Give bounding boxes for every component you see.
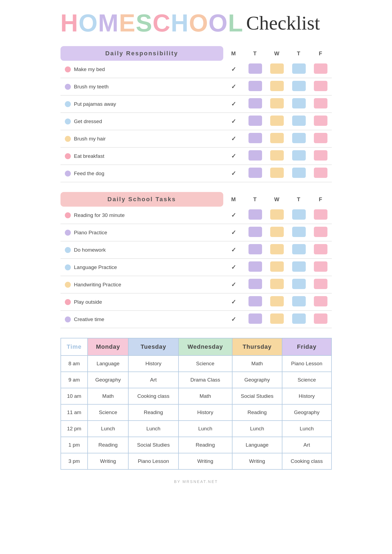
check-monday[interactable]: ✓ bbox=[223, 241, 244, 259]
color-box-W[interactable] bbox=[266, 61, 288, 78]
color-box-T[interactable] bbox=[244, 130, 266, 148]
schedule-cell-wed: Science bbox=[179, 356, 232, 372]
color-box-F[interactable] bbox=[310, 293, 332, 311]
color-box-T2[interactable] bbox=[288, 61, 310, 78]
color-box-T[interactable] bbox=[244, 241, 266, 259]
color-box-T2[interactable] bbox=[288, 259, 310, 276]
color-box-F[interactable] bbox=[310, 113, 332, 130]
color-box-W[interactable] bbox=[266, 130, 288, 148]
color-box-icon bbox=[270, 244, 284, 254]
color-box-T2[interactable] bbox=[288, 148, 310, 165]
letter-O3: O bbox=[209, 9, 228, 37]
color-box-T2[interactable] bbox=[288, 224, 310, 241]
item-label-cell: Put pajamas away bbox=[60, 95, 223, 113]
schedule-cell-tue: Art bbox=[128, 372, 178, 388]
color-box-T2[interactable] bbox=[288, 113, 310, 130]
check-monday[interactable]: ✓ bbox=[223, 276, 244, 293]
check-monday[interactable]: ✓ bbox=[223, 95, 244, 113]
list-item: Creative time ✓ bbox=[60, 311, 332, 328]
letter-M: M bbox=[98, 9, 119, 37]
color-box-T[interactable] bbox=[244, 293, 266, 311]
color-box-T2[interactable] bbox=[288, 276, 310, 293]
color-box-T[interactable] bbox=[244, 148, 266, 165]
school-day-F: F bbox=[310, 192, 332, 207]
color-box-T[interactable] bbox=[244, 207, 266, 224]
color-box-icon bbox=[270, 63, 284, 74]
color-box-F[interactable] bbox=[310, 130, 332, 148]
color-box-F[interactable] bbox=[310, 61, 332, 78]
color-box-T2[interactable] bbox=[288, 130, 310, 148]
color-box-T2[interactable] bbox=[288, 311, 310, 328]
color-box-W[interactable] bbox=[266, 293, 288, 311]
check-monday[interactable]: ✓ bbox=[223, 113, 244, 130]
check-monday[interactable]: ✓ bbox=[223, 311, 244, 328]
table-row: 8 amLanguageHistoryScienceMathPiano Less… bbox=[61, 356, 332, 372]
color-box-W[interactable] bbox=[266, 113, 288, 130]
color-box-F[interactable] bbox=[310, 165, 332, 182]
color-box-T2[interactable] bbox=[288, 241, 310, 259]
color-box-F[interactable] bbox=[310, 311, 332, 328]
check-monday[interactable]: ✓ bbox=[223, 78, 244, 95]
schedule-cell-time: 3 pm bbox=[61, 453, 88, 469]
color-box-T[interactable] bbox=[244, 78, 266, 95]
color-box-F[interactable] bbox=[310, 259, 332, 276]
color-box-W[interactable] bbox=[266, 78, 288, 95]
color-box-T[interactable] bbox=[244, 61, 266, 78]
color-box-W[interactable] bbox=[266, 259, 288, 276]
color-box-T2[interactable] bbox=[288, 95, 310, 113]
color-box-T[interactable] bbox=[244, 165, 266, 182]
color-box-T2[interactable] bbox=[288, 293, 310, 311]
schedule-cell-wed: Writing bbox=[179, 453, 232, 469]
color-box-icon bbox=[270, 98, 284, 108]
color-box-icon bbox=[270, 296, 284, 306]
check-monday[interactable]: ✓ bbox=[223, 207, 244, 224]
color-box-T2[interactable] bbox=[288, 165, 310, 182]
color-box-T[interactable] bbox=[244, 113, 266, 130]
item-label-cell: Do homework bbox=[60, 241, 223, 259]
schedule-cell-fri: Lunch bbox=[282, 421, 332, 437]
color-box-W[interactable] bbox=[266, 148, 288, 165]
color-box-T[interactable] bbox=[244, 311, 266, 328]
color-box-F[interactable] bbox=[310, 241, 332, 259]
color-box-W[interactable] bbox=[266, 207, 288, 224]
color-box-icon bbox=[270, 227, 284, 237]
item-label: Piano Practice bbox=[74, 230, 107, 236]
check-monday[interactable]: ✓ bbox=[223, 130, 244, 148]
color-box-icon bbox=[270, 261, 284, 272]
color-box-F[interactable] bbox=[310, 224, 332, 241]
check-monday[interactable]: ✓ bbox=[223, 61, 244, 78]
schedule-cell-wed: Lunch bbox=[179, 421, 232, 437]
resp-day-T1: T bbox=[244, 46, 266, 61]
color-box-T2[interactable] bbox=[288, 207, 310, 224]
check-monday[interactable]: ✓ bbox=[223, 224, 244, 241]
schedule-cell-thu: Writing bbox=[232, 453, 282, 469]
color-box-icon bbox=[270, 209, 284, 220]
dot-icon bbox=[65, 230, 71, 236]
color-box-W[interactable] bbox=[266, 224, 288, 241]
color-box-F[interactable] bbox=[310, 276, 332, 293]
check-monday[interactable]: ✓ bbox=[223, 148, 244, 165]
checkmark-icon: ✓ bbox=[231, 153, 236, 159]
color-box-T[interactable] bbox=[244, 276, 266, 293]
color-box-F[interactable] bbox=[310, 95, 332, 113]
color-box-F[interactable] bbox=[310, 207, 332, 224]
color-box-W[interactable] bbox=[266, 276, 288, 293]
color-box-F[interactable] bbox=[310, 148, 332, 165]
color-box-T[interactable] bbox=[244, 95, 266, 113]
color-box-W[interactable] bbox=[266, 241, 288, 259]
color-box-icon bbox=[314, 150, 327, 161]
color-box-W[interactable] bbox=[266, 311, 288, 328]
check-monday[interactable]: ✓ bbox=[223, 165, 244, 182]
color-box-T2[interactable] bbox=[288, 78, 310, 95]
item-label: Handwriting Practice bbox=[74, 282, 121, 288]
schedule-cell-mon: Geography bbox=[88, 372, 128, 388]
color-box-F[interactable] bbox=[310, 78, 332, 95]
color-box-W[interactable] bbox=[266, 165, 288, 182]
color-box-T[interactable] bbox=[244, 224, 266, 241]
color-box-T[interactable] bbox=[244, 259, 266, 276]
check-monday[interactable]: ✓ bbox=[223, 259, 244, 276]
check-monday[interactable]: ✓ bbox=[223, 293, 244, 311]
color-box-W[interactable] bbox=[266, 95, 288, 113]
list-item: Reading for 30 minute ✓ bbox=[60, 207, 332, 224]
dot-icon bbox=[65, 153, 71, 159]
